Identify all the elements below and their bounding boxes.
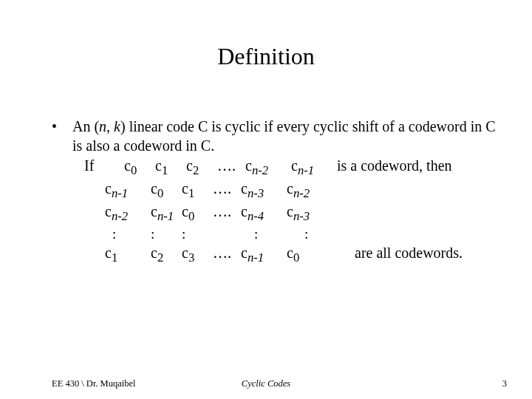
vd-gap — [213, 225, 241, 243]
rl-c2: c2 — [151, 243, 182, 266]
footer-center: Cyclic Codes — [0, 378, 532, 389]
shift-row-last: c1 c2 c3 …. cn-1 c0 are all codewords. — [52, 243, 497, 266]
r2-cn-4: cn-4 — [241, 202, 287, 225]
r1-ellipsis: …. — [213, 179, 241, 202]
ellipsis: …. — [217, 156, 245, 179]
shift-row-1: cn-1 c0 c1 …. cn-3 cn-2 — [52, 179, 497, 202]
cn-2: cn-2 — [245, 156, 291, 179]
r1-cn-2: cn-2 — [287, 179, 332, 202]
r1-c0: c0 — [151, 179, 182, 202]
slide-title: Definition — [0, 0, 532, 70]
vd4: : — [241, 225, 300, 243]
rl-cn-1: cn-1 — [241, 243, 287, 266]
bullet-marker: • — [52, 117, 72, 156]
bullet-text: An (n, k) linear code C is cyclic if eve… — [72, 117, 497, 156]
r1-cn-3: cn-3 — [241, 179, 287, 202]
rl-c0: c0 — [287, 243, 332, 266]
codeword-suffix: is a codeword, then — [337, 156, 452, 179]
r2-c0: c0 — [182, 202, 213, 225]
rl-ellipsis: …. — [213, 243, 241, 266]
c2: c2 — [186, 156, 217, 179]
all-codewords-suffix: are all codewords. — [332, 243, 463, 266]
bullet-item: • An (n, k) linear code C is cyclic if e… — [52, 117, 497, 156]
slide: Definition • An (n, k) linear code C is … — [0, 0, 532, 399]
if-label: If — [84, 156, 124, 179]
r1-c1: c1 — [182, 179, 213, 202]
vd5: : — [300, 225, 350, 243]
rl-c1: c1 — [105, 243, 151, 266]
vdots-row: : : : : : — [52, 225, 497, 243]
vd1: : — [112, 225, 151, 243]
r2-cn-3: cn-3 — [287, 202, 332, 225]
r1-cn-1: cn-1 — [105, 179, 151, 202]
r2-ellipsis: …. — [213, 202, 241, 225]
vd2: : — [151, 225, 182, 243]
cn-1: cn-1 — [291, 156, 337, 179]
r2-cn-2: cn-2 — [105, 202, 151, 225]
if-row: If c0 c1 c2 …. cn-2 cn-1 is a codeword, … — [52, 156, 497, 179]
c0: c0 — [124, 156, 155, 179]
shift-row-2: cn-2 cn-1 c0 …. cn-4 cn-3 — [52, 202, 497, 225]
vd3: : — [182, 225, 213, 243]
rl-c3: c3 — [182, 243, 213, 266]
definition-text: An (n, k) linear code C is cyclic if eve… — [72, 118, 496, 154]
r2-cn-1: cn-1 — [151, 202, 182, 225]
c1: c1 — [155, 156, 186, 179]
footer-page-number: 3 — [502, 378, 507, 389]
slide-body: • An (n, k) linear code C is cyclic if e… — [52, 117, 497, 266]
